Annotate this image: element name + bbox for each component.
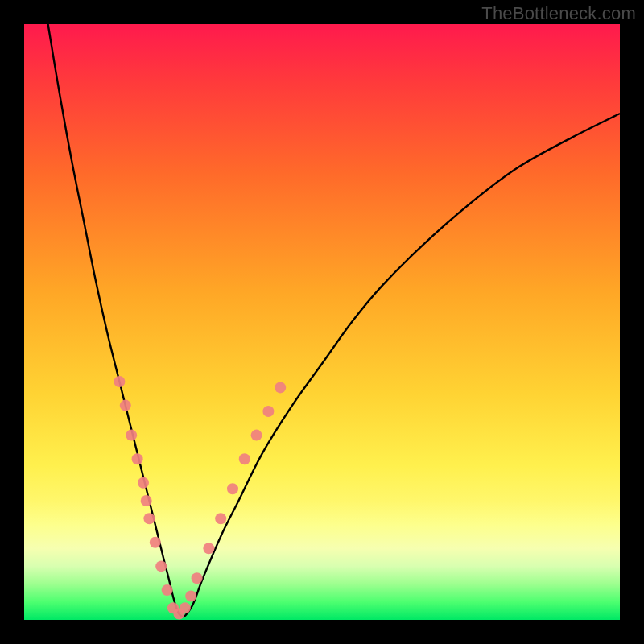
highlight-point — [180, 602, 191, 613]
highlight-point — [132, 453, 143, 464]
highlight-point — [141, 495, 152, 506]
highlight-point — [150, 537, 161, 548]
highlight-point — [215, 513, 226, 524]
highlight-point — [251, 430, 262, 441]
highlight-point — [192, 572, 203, 584]
highlight-point — [143, 513, 155, 524]
highlight-point — [138, 477, 149, 489]
highlight-point — [126, 430, 137, 441]
curve-layer — [24, 24, 620, 620]
highlight-point — [239, 453, 250, 464]
highlight-point — [162, 584, 173, 596]
bottleneck-curve — [48, 24, 620, 617]
highlight-point — [120, 400, 131, 411]
highlight-point — [262, 406, 274, 417]
plot-area — [24, 24, 620, 620]
highlight-point — [155, 560, 167, 572]
bottleneck-curve-path — [48, 24, 620, 617]
chart-frame: TheBottleneck.com — [0, 0, 644, 644]
attribution-text: TheBottleneck.com — [481, 3, 636, 24]
highlighted-points — [114, 376, 286, 620]
highlight-point — [185, 590, 196, 601]
highlight-point — [114, 376, 125, 387]
highlight-point — [227, 483, 238, 494]
highlight-point — [275, 382, 286, 393]
highlight-point — [203, 543, 214, 554]
